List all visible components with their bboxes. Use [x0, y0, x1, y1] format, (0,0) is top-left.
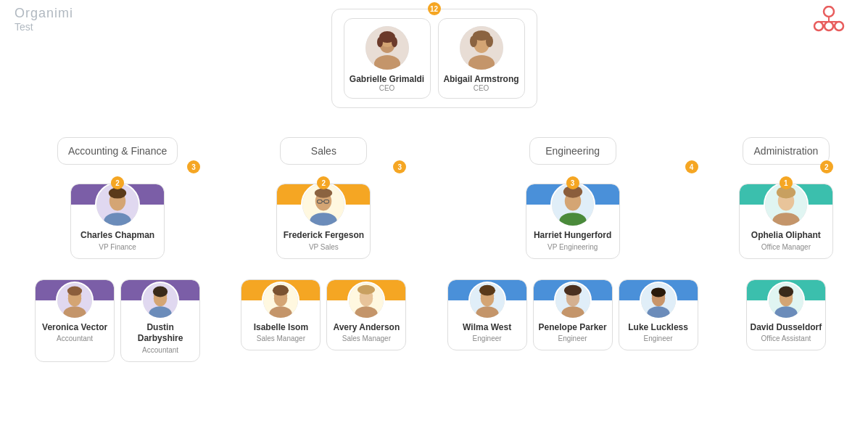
- vp-badge: 3: [566, 176, 579, 189]
- avatar-wrap: [460, 26, 503, 70]
- person-card-penelope[interactable]: Penelope Parker Engineer: [533, 279, 613, 351]
- ceo-name-1: Gabrielle Grimaldi: [344, 74, 430, 84]
- chart-wrapper: Gabrielle Grimaldi CEO: [0, 9, 868, 362]
- avatar-wrap: [550, 184, 595, 227]
- person-card-dustin[interactable]: Dustin Darbyshire Accountant: [120, 279, 200, 362]
- person-name: Wilma West: [451, 322, 524, 334]
- person-title: Sales Manager: [327, 334, 405, 342]
- avatar-penelope: [555, 282, 590, 319]
- person-title: Office Assistant: [747, 334, 825, 342]
- person-card-harriet[interactable]: Harriet Hungerford VP Engineering: [526, 184, 620, 259]
- ceo-container: Gabrielle Grimaldi CEO: [331, 9, 537, 108]
- svg-point-41: [486, 36, 493, 47]
- person-card-luke[interactable]: Luke Luckless Engineer: [619, 279, 698, 351]
- avatar-avery: [349, 282, 384, 319]
- avatar-isabelle: [263, 282, 298, 319]
- dept-box-engineering[interactable]: Engineering: [529, 137, 616, 165]
- dept-badge-accounting: 3: [187, 160, 200, 173]
- ceo-card-2[interactable]: Abigail Armstrong CEO: [438, 18, 525, 99]
- dept-badge-administration: 2: [820, 160, 833, 173]
- avatar-svg-gabrielle: [365, 26, 409, 70]
- ceo-title-2: CEO: [439, 84, 524, 92]
- dept-box-administration[interactable]: Administration: [743, 137, 830, 165]
- person-title: Accountant: [121, 346, 199, 354]
- svg-point-94: [650, 287, 665, 297]
- person-card-ophelia[interactable]: Ophelia Oliphant Office Manager: [739, 184, 833, 259]
- person-name: Isabelle Isom: [244, 322, 317, 334]
- ceo-name-2: Abigail Armstrong: [439, 74, 524, 84]
- person-card-isabelle[interactable]: Isabelle Isom Sales Manager: [241, 279, 321, 351]
- person-card-avery[interactable]: Avery Anderson Sales Manager: [326, 279, 406, 351]
- person-name: Ophelia Oliphant: [743, 230, 830, 242]
- svg-point-40: [470, 36, 477, 47]
- avatar-charles: [96, 184, 139, 227]
- svg-point-84: [479, 284, 495, 295]
- person-name: Avery Anderson: [330, 322, 402, 334]
- dept-accounting: Accounting & Finance 3: [35, 137, 200, 362]
- avatar-wrap: [262, 282, 299, 319]
- avatar-wrap: [141, 282, 179, 319]
- svg-point-89: [564, 284, 582, 295]
- person-name: David Dusseldorf: [750, 322, 822, 334]
- person-name: Charles Chapman: [74, 230, 161, 242]
- svg-point-51: [67, 286, 82, 295]
- vp-card-administration[interactable]: Ophelia Oliphant Office Manager 1: [739, 184, 833, 259]
- dept-box-accounting[interactable]: Accounting & Finance: [57, 137, 178, 165]
- person-card-frederick[interactable]: Frederick Fergeson VP Sales: [276, 184, 371, 259]
- person-name: Penelope Parker: [537, 322, 609, 334]
- avatar-svg-abigail: [460, 26, 503, 70]
- dept-badge-engineering: 4: [685, 160, 698, 173]
- person-card-wilma[interactable]: Wilma West Engineer: [447, 279, 527, 351]
- vp-card-accounting[interactable]: Charles Chapman VP Finance 2: [70, 184, 165, 259]
- vp-card-engineering[interactable]: Harriet Hungerford VP Engineering 3: [526, 184, 620, 259]
- avatar-frederick: [302, 184, 344, 227]
- dept-sales: Sales 3: [241, 137, 406, 362]
- avatar-wrap: [347, 282, 385, 319]
- person-name: Harriet Hungerford: [529, 230, 616, 242]
- avatar-wrap: [95, 184, 140, 227]
- avatar-wrap: [764, 184, 809, 227]
- root-badge: 12: [428, 2, 441, 15]
- person-name: Frederick Fergeson: [280, 230, 367, 242]
- app-container: Organimi Test: [0, 9, 868, 362]
- dept-engineering: Engineering 4: [447, 137, 698, 362]
- person-title: Accountant: [36, 334, 114, 342]
- svg-point-61: [315, 189, 332, 198]
- avatar-harriet: [552, 184, 594, 227]
- avatar-wrap: [468, 282, 506, 319]
- avatar-wrap: [365, 26, 409, 70]
- vp-badge: 1: [780, 176, 793, 189]
- vp-card-sales[interactable]: Frederick Fergeson VP Sales 2: [276, 184, 371, 259]
- avatar-wrap: [554, 282, 592, 319]
- ceo-level: Gabrielle Grimaldi CEO: [0, 9, 868, 108]
- avatar-dustin: [143, 282, 178, 319]
- person-title: Engineer: [448, 334, 526, 342]
- person-card-veronica[interactable]: Veronica Vector Accountant: [35, 279, 115, 362]
- avatar-wrap: [301, 184, 346, 227]
- avatar-wrap: [640, 282, 677, 319]
- ceo-card-1[interactable]: Gabrielle Grimaldi CEO: [344, 18, 431, 99]
- svg-point-74: [357, 284, 375, 294]
- avatar-veronica: [57, 282, 92, 319]
- svg-point-34: [392, 37, 397, 47]
- person-title: VP Sales: [277, 243, 370, 251]
- vp-badge: 2: [317, 176, 330, 189]
- person-card-david[interactable]: David Dusseldorf Office Assistant: [746, 279, 826, 351]
- person-title: Engineer: [619, 334, 698, 342]
- avatar-wrap: [56, 282, 94, 319]
- dept-badge-sales: 3: [393, 160, 406, 173]
- vp-badge: 2: [111, 176, 124, 189]
- ceo-title-1: CEO: [344, 84, 430, 92]
- dept-box-sales[interactable]: Sales: [280, 137, 367, 165]
- dept-children-accounting: Veronica Vector Accountant: [35, 279, 200, 362]
- person-card-charles[interactable]: Charles Chapman VP Finance: [70, 184, 165, 259]
- person-name: Luke Luckless: [622, 322, 695, 334]
- avatar-wilma: [470, 282, 505, 319]
- person-title: VP Finance: [71, 243, 164, 251]
- svg-point-56: [153, 286, 168, 297]
- person-name: Veronica Vector: [38, 322, 111, 334]
- person-name: Dustin Darbyshire: [124, 322, 197, 345]
- dept-children-sales: Isabelle Isom Sales Manager: [241, 279, 406, 351]
- avatar-wrap: [767, 282, 805, 319]
- dept-administration: Administration 2: [739, 137, 833, 362]
